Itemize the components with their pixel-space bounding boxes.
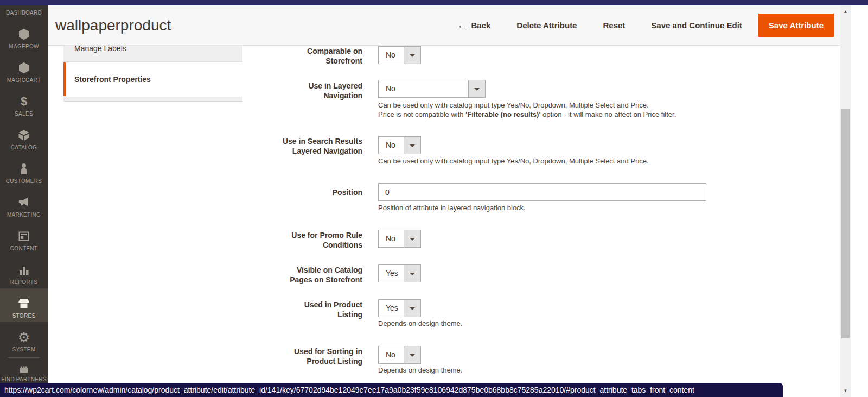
field-note-layered-navigation: Can be used only with catalog input type… <box>378 101 676 119</box>
sidebar-item-magiccart[interactable]: MAGICCART <box>0 53 48 86</box>
dollar-icon: $ <box>21 95 27 108</box>
field-label-used-in-product-listing: Used in Product Listing <box>228 300 362 319</box>
sidebar-item-label: DASHBOARD <box>6 10 42 16</box>
used-for-sorting-select[interactable]: No <box>378 346 421 364</box>
use-in-layered-navigation-select[interactable]: No <box>378 80 486 98</box>
select-value: No <box>379 47 404 64</box>
sidebar-item-label: CATALOG <box>11 144 37 150</box>
extensions-icon <box>18 364 29 374</box>
field-label-comparable-on-storefront: Comparable on Storefront <box>228 46 362 66</box>
field-label-used-for-sorting: Used for Sorting in Product Listing <box>228 346 362 366</box>
tab-storefront-properties[interactable]: Storefront Properties <box>63 62 242 96</box>
sidebar-item-customers[interactable]: CUSTOMERS <box>0 154 48 187</box>
sidebar-divider <box>8 357 40 358</box>
dropdown-arrow-icon[interactable] <box>468 80 485 97</box>
sidebar-item-catalog[interactable]: CATALOG <box>0 120 48 154</box>
dropdown-arrow-icon[interactable] <box>404 346 420 363</box>
save-attribute-button[interactable]: Save Attribute <box>758 14 834 37</box>
sidebar-item-content[interactable]: CONTENT <box>0 221 48 255</box>
storefront-icon <box>17 297 30 310</box>
sidebar-item-sales[interactable]: $ SALES <box>0 86 48 120</box>
field-label-promo-rule-conditions: Use for Promo Rule Conditions <box>228 230 362 250</box>
vertical-scrollbar[interactable]: ▲ ▼ <box>840 5 851 397</box>
sidebar-item-label: CUSTOMERS <box>6 178 42 184</box>
dropdown-arrow-icon[interactable] <box>404 137 420 154</box>
hexagon-icon <box>17 28 30 41</box>
comparable-on-storefront-select[interactable]: No <box>378 46 421 64</box>
select-value: Yes <box>379 265 404 282</box>
field-label-visible-on-catalog-pages: Visible on Catalog Pages on Storefront <box>228 265 362 285</box>
tab-nav-edge <box>63 97 242 102</box>
browser-top-strip <box>0 0 868 5</box>
megaphone-icon <box>17 196 30 209</box>
gear-icon: ⚙ <box>18 331 30 344</box>
dropdown-arrow-icon[interactable] <box>404 265 420 282</box>
field-note-search-results: Can be used only with catalog input type… <box>378 157 649 166</box>
sidebar-item-label: MARKETING <box>7 212 41 218</box>
select-value: No <box>379 346 404 363</box>
browser-status-bar: https://wp2cart.com/colornew/admin/catal… <box>0 383 783 397</box>
sidebar-item-marketing[interactable]: MARKETING <box>0 187 48 221</box>
dropdown-arrow-icon[interactable] <box>404 300 420 317</box>
field-label-use-in-layered-navigation: Use in Layered Navigation <box>228 81 362 100</box>
reset-button[interactable]: Reset <box>603 21 625 30</box>
page-title: wallpaperproduct <box>55 17 171 34</box>
sidebar-item-reports[interactable]: REPORTS <box>0 255 48 288</box>
sidebar-item-system[interactable]: ⚙ SYSTEM <box>0 322 48 356</box>
bar-chart-icon <box>17 263 30 276</box>
promo-rule-conditions-select[interactable]: No <box>378 230 421 248</box>
use-in-search-results-select[interactable]: No <box>378 136 421 154</box>
position-input[interactable] <box>378 183 706 201</box>
field-note-sorting: Depends on design theme. <box>378 366 462 375</box>
sidebar-item-label: STORES <box>12 313 36 319</box>
admin-sidebar: DASHBOARD MAGEPOW MAGICCART $ SALES CATA… <box>0 0 48 397</box>
scroll-down-icon[interactable]: ▼ <box>840 387 851 395</box>
back-button[interactable]: ←Back <box>457 20 490 31</box>
sidebar-item-label: CONTENT <box>10 245 37 251</box>
sidebar-item-label: MAGEPOW <box>9 43 39 49</box>
field-label-use-in-search-results: Use in Search Results Layered Navigation <box>228 136 362 156</box>
save-and-continue-button[interactable]: Save and Continue Edit <box>651 21 742 30</box>
sidebar-item-magepow[interactable]: MAGEPOW <box>0 19 48 53</box>
select-value: No <box>379 230 404 247</box>
header-actions: ←Back Delete Attribute Reset Save and Co… <box>457 14 834 37</box>
sidebar-item-label: SALES <box>15 111 33 117</box>
sidebar-item-label: MAGICCART <box>7 77 41 83</box>
field-label-position: Position <box>228 187 362 197</box>
dropdown-arrow-icon[interactable] <box>404 230 420 247</box>
box-icon <box>17 129 30 142</box>
back-arrow-icon: ← <box>457 20 467 30</box>
delete-attribute-button[interactable]: Delete Attribute <box>516 21 577 30</box>
visible-on-catalog-pages-select[interactable]: Yes <box>378 264 421 282</box>
select-value: No <box>379 80 468 97</box>
field-note-position: Position of attribute in layered navigat… <box>378 204 526 213</box>
scrollbar-thumb[interactable] <box>841 109 850 338</box>
scroll-up-icon[interactable]: ▲ <box>840 8 851 16</box>
sidebar-item-label: REPORTS <box>10 279 37 285</box>
person-icon <box>17 162 30 175</box>
tab-label: Storefront Properties <box>74 75 151 84</box>
sidebar-item-label: SYSTEM <box>12 346 36 352</box>
used-in-product-listing-select[interactable]: Yes <box>378 299 421 317</box>
dropdown-arrow-icon[interactable] <box>404 47 420 64</box>
field-note-product-listing: Depends on design theme. <box>378 319 462 329</box>
select-value: No <box>379 137 404 154</box>
sidebar-item-stores[interactable]: STORES <box>0 288 48 322</box>
layout-icon <box>17 230 30 243</box>
hexagon-icon <box>17 61 30 74</box>
page-header: wallpaperproduct ←Back Delete Attribute … <box>48 5 840 46</box>
sidebar-item-label: FIND PARTNERS <box>1 376 47 382</box>
select-value: Yes <box>379 300 404 317</box>
